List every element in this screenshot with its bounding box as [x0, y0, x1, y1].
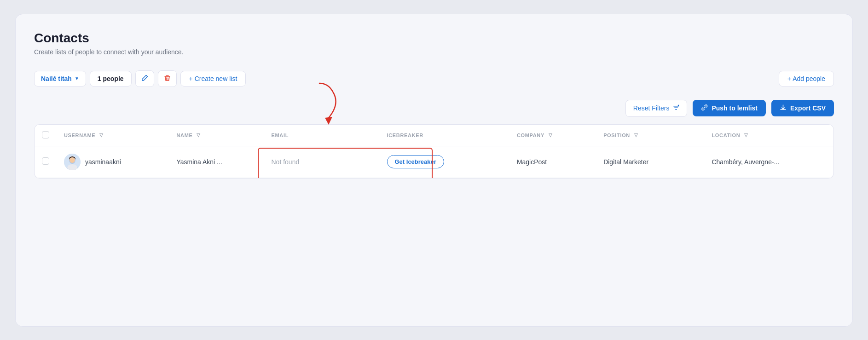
position-column-header: POSITION ▽: [596, 125, 704, 146]
push-to-lemlist-button[interactable]: Push to lemlist: [693, 100, 766, 116]
username-column-header: USERNAME ▽: [57, 125, 169, 146]
name-column-header: NAME ▽: [169, 125, 264, 146]
row-checkbox[interactable]: [42, 157, 49, 165]
chevron-down-icon: ▼: [75, 76, 79, 81]
get-icebreaker-button[interactable]: Get Icebreaker: [387, 155, 444, 168]
list-selector-button[interactable]: Nailé titah ▼: [34, 71, 86, 86]
row-name-cell: Yasmina Akni ...: [169, 146, 264, 178]
edit-icon: [141, 75, 148, 83]
position-filter-icon[interactable]: ▽: [634, 133, 638, 138]
email-label: EMAIL: [272, 133, 289, 138]
row-email-cell: Not found: [264, 146, 380, 178]
add-people-button[interactable]: + Add people: [779, 71, 834, 86]
row-select-cell: [35, 146, 57, 178]
action-bar: Reset Filters Push to lemlist: [34, 100, 834, 117]
location-label: LOCATION: [712, 133, 740, 138]
page-title: Contacts: [34, 31, 834, 46]
row-company-cell: MagicPost: [509, 146, 596, 178]
export-csv-button[interactable]: Export CSV: [771, 100, 834, 116]
select-all-checkbox[interactable]: [42, 131, 49, 138]
contacts-table-wrapper: USERNAME ▽ NAME ▽ EMAIL ICEBR: [34, 124, 834, 179]
row-position-cell: Digital Marketer: [596, 146, 704, 178]
company-filter-icon[interactable]: ▽: [549, 133, 553, 138]
reset-filters-label: Reset Filters: [633, 104, 670, 112]
create-new-list-button[interactable]: + Create new list: [180, 71, 246, 86]
row-icebreaker-cell: Get Icebreaker: [380, 146, 509, 178]
company-column-header: COMPANY ▽: [509, 125, 596, 146]
download-icon: [780, 104, 787, 112]
select-all-header: [35, 125, 57, 146]
position-label: POSITION: [603, 133, 630, 138]
row-location-cell: Chambéry, Auvergne-...: [704, 146, 833, 178]
username-cell-content: yasminaakni: [64, 154, 162, 170]
email-column-header: EMAIL: [264, 125, 380, 146]
email-not-found-text: Not found: [272, 158, 300, 166]
page-subtitle: Create lists of people to connect with y…: [34, 48, 834, 56]
username-label: USERNAME: [64, 133, 95, 138]
table-header-row: USERNAME ▽ NAME ▽ EMAIL ICEBR: [35, 125, 833, 146]
username-filter-icon[interactable]: ▽: [99, 133, 104, 138]
push-lemlist-label: Push to lemlist: [712, 104, 758, 112]
link-icon: [701, 104, 708, 112]
table-row: yasminaakni Yasmina Akni ... Not found G…: [35, 146, 833, 178]
username-text: yasminaakni: [85, 158, 121, 166]
list-name-label: Nailé titah: [41, 75, 72, 82]
people-count-badge: 1 people: [90, 71, 132, 86]
icebreaker-column-header: ICEBREAKER: [380, 125, 509, 146]
svg-rect-1: [674, 107, 678, 108]
export-csv-label: Export CSV: [790, 104, 826, 112]
svg-rect-2: [675, 109, 677, 110]
delete-list-button[interactable]: [158, 70, 177, 87]
svg-rect-0: [673, 106, 679, 107]
svg-point-9: [69, 157, 75, 163]
row-username-cell: yasminaakni: [57, 146, 169, 178]
contacts-table: USERNAME ▽ NAME ▽ EMAIL ICEBR: [35, 125, 833, 178]
reset-filters-button[interactable]: Reset Filters: [625, 100, 688, 117]
toolbar: Nailé titah ▼ 1 people + Create new list…: [34, 70, 834, 87]
avatar: [64, 154, 81, 170]
location-filter-icon[interactable]: ▽: [744, 133, 748, 138]
company-label: COMPANY: [517, 133, 544, 138]
name-label: NAME: [176, 133, 192, 138]
icebreaker-label: ICEBREAKER: [387, 133, 423, 138]
name-filter-icon[interactable]: ▽: [197, 133, 201, 138]
trash-icon: [164, 75, 171, 83]
edit-list-button[interactable]: [135, 70, 154, 87]
filter-reset-icon: [673, 104, 679, 112]
avatar-image: [64, 154, 81, 170]
location-column-header: LOCATION ▽: [704, 125, 833, 146]
main-container: Contacts Create lists of people to conne…: [15, 14, 853, 327]
svg-marker-5: [325, 117, 332, 125]
